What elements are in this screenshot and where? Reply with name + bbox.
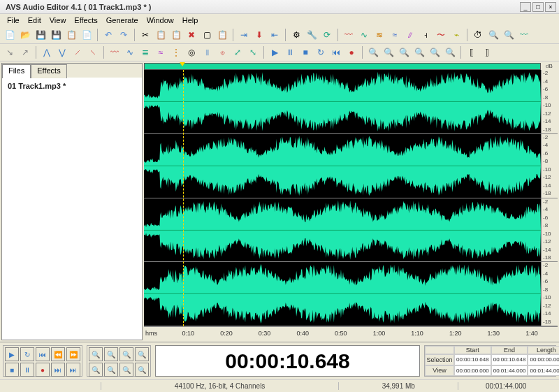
tb-play-button[interactable]: ▶ bbox=[268, 45, 282, 59]
zoom3-button[interactable]: 〰 bbox=[517, 28, 531, 42]
menu-view[interactable]: View bbox=[45, 16, 71, 24]
delete-button[interactable]: ✖ bbox=[184, 28, 198, 42]
transport-loop[interactable]: ↻ bbox=[20, 347, 34, 361]
open-button[interactable]: 📂 bbox=[18, 28, 32, 42]
dsp1-button[interactable]: ⚙ bbox=[289, 28, 303, 42]
new-button[interactable]: 📄 bbox=[3, 28, 17, 42]
view-start[interactable]: 00:00:00.000 bbox=[454, 365, 491, 377]
paste-button[interactable]: 📋 bbox=[169, 28, 183, 42]
undo-button[interactable]: ↶ bbox=[101, 28, 115, 42]
zoomsel-button[interactable]: 🔍 bbox=[412, 45, 426, 59]
zoomfit-button[interactable]: 🔍 bbox=[397, 45, 411, 59]
transport-prev[interactable]: ⏮ bbox=[36, 347, 50, 361]
mix-head-button[interactable]: ⇥ bbox=[237, 28, 251, 42]
save-sel-button[interactable]: 📄 bbox=[80, 28, 94, 42]
tb-stop-button[interactable]: ■ bbox=[298, 45, 312, 59]
transport-pause[interactable]: ⏸ bbox=[20, 363, 34, 377]
transport-rec[interactable]: ● bbox=[36, 363, 50, 377]
nr10-button[interactable]: ⤡ bbox=[246, 45, 260, 59]
close-button[interactable]: × bbox=[545, 2, 556, 12]
transport-stop[interactable]: ■ bbox=[5, 363, 19, 377]
dsp2-button[interactable]: 🔧 bbox=[305, 28, 319, 42]
fx2-button[interactable]: ∿ bbox=[357, 28, 371, 42]
menu-generate[interactable]: Generate bbox=[102, 16, 143, 24]
nr3-button[interactable]: ≣ bbox=[138, 45, 152, 59]
transport-fwd[interactable]: ⏩ bbox=[66, 347, 80, 361]
transport-end[interactable]: ⏭ bbox=[66, 363, 80, 377]
env2-button[interactable]: ↗ bbox=[18, 45, 32, 59]
menu-file[interactable]: File bbox=[3, 16, 24, 24]
time-button[interactable]: ⏱ bbox=[471, 28, 485, 42]
nr9-button[interactable]: ⤢ bbox=[231, 45, 245, 59]
env6-button[interactable]: ⟍ bbox=[86, 45, 100, 59]
env4-button[interactable]: ⋁ bbox=[55, 45, 69, 59]
save-button[interactable]: 💾 bbox=[34, 28, 48, 42]
eq-button[interactable]: ⫞ bbox=[419, 28, 433, 42]
view-length[interactable]: 00:01:44.000 bbox=[528, 365, 559, 377]
minimize-button[interactable]: _ bbox=[520, 2, 531, 12]
view-end[interactable]: 00:01:44.000 bbox=[491, 365, 528, 377]
paste-ext-button[interactable]: 📋 bbox=[215, 28, 229, 42]
menu-edit[interactable]: Edit bbox=[24, 16, 45, 24]
zoom-g2[interactable]: 🔍 bbox=[104, 347, 118, 361]
zooma-button[interactable]: 🔍 bbox=[443, 45, 457, 59]
transport-next[interactable]: ⏭ bbox=[51, 363, 65, 377]
nr2-button[interactable]: ∿ bbox=[123, 45, 137, 59]
waveform-2[interactable] bbox=[144, 134, 541, 198]
zoom2-button[interactable]: 🔍 bbox=[502, 28, 516, 42]
menu-help[interactable]: Help bbox=[178, 16, 203, 24]
tb-prev-button[interactable]: ⏮ bbox=[329, 45, 343, 59]
fx3-button[interactable]: ≋ bbox=[372, 28, 386, 42]
maximize-button[interactable]: □ bbox=[532, 2, 544, 12]
fx5-button[interactable]: ⫽ bbox=[403, 28, 417, 42]
zoomb-button[interactable]: ⟦ bbox=[465, 45, 479, 59]
copy-button[interactable]: 📋 bbox=[154, 28, 168, 42]
timeline[interactable]: hms 0:100:200:300:400:501:001:101:201:30… bbox=[144, 326, 558, 340]
redo-button[interactable]: ↷ bbox=[117, 28, 131, 42]
mix-end-button[interactable]: ⇤ bbox=[268, 28, 282, 42]
overview-bar[interactable] bbox=[144, 63, 541, 70]
transport-rew[interactable]: ⏪ bbox=[51, 347, 65, 361]
crop-button[interactable]: ▢ bbox=[200, 28, 214, 42]
sel-length[interactable]: 00:00:00.000 bbox=[528, 354, 559, 365]
tb-pause-button[interactable]: ⏸ bbox=[283, 45, 297, 59]
env3-button[interactable]: ⋀ bbox=[40, 45, 54, 59]
env1-button[interactable]: ↘ bbox=[3, 45, 17, 59]
env5-button[interactable]: ⟋ bbox=[71, 45, 85, 59]
fx4-button[interactable]: ≈ bbox=[388, 28, 402, 42]
nr1-button[interactable]: 〰 bbox=[108, 45, 122, 59]
zoom-g1[interactable]: 🔍 bbox=[89, 347, 103, 361]
nr5-button[interactable]: ⋮ bbox=[169, 45, 183, 59]
sel-end[interactable]: 00:00:10.648 bbox=[491, 354, 528, 365]
waveform-4[interactable] bbox=[144, 262, 541, 326]
zoom-g6[interactable]: 🔍 bbox=[104, 363, 118, 377]
zoom-g7[interactable]: 🔍 bbox=[119, 363, 133, 377]
tab-files[interactable]: Files bbox=[2, 64, 31, 78]
zoom-g3[interactable]: 🔍 bbox=[119, 347, 133, 361]
waveform-1[interactable] bbox=[144, 70, 541, 133]
zoom-g8[interactable]: 🔍 bbox=[135, 363, 149, 377]
save-all-button[interactable]: 💾 bbox=[49, 28, 63, 42]
zoomin-button[interactable]: 🔍 bbox=[366, 45, 380, 59]
file-list[interactable]: 01 Track1.mp3 * bbox=[2, 78, 142, 340]
menu-window[interactable]: Window bbox=[143, 16, 178, 24]
fx7-button[interactable]: ⌁ bbox=[449, 28, 463, 42]
zoom-g4[interactable]: 🔍 bbox=[135, 347, 149, 361]
convert-button[interactable]: ⟳ bbox=[320, 28, 334, 42]
nr7-button[interactable]: ⫴ bbox=[200, 45, 214, 59]
cut-button[interactable]: ✂ bbox=[138, 28, 152, 42]
zoom1-button[interactable]: 🔍 bbox=[486, 28, 500, 42]
save-copy-button[interactable]: 📋 bbox=[64, 28, 78, 42]
nr6-button[interactable]: ◎ bbox=[184, 45, 198, 59]
zoomc-button[interactable]: ⟧ bbox=[480, 45, 494, 59]
nr4-button[interactable]: ≈ bbox=[154, 45, 168, 59]
nr8-button[interactable]: ⟐ bbox=[215, 45, 229, 59]
fx6-button[interactable]: 〜 bbox=[434, 28, 448, 42]
waveform-3[interactable] bbox=[144, 198, 541, 262]
mix-cursor-button[interactable]: ⬇ bbox=[252, 28, 266, 42]
zoom-g5[interactable]: 🔍 bbox=[89, 363, 103, 377]
tab-effects[interactable]: Effects bbox=[31, 64, 66, 78]
fx1-button[interactable]: 〰 bbox=[342, 28, 356, 42]
tb-rec-button[interactable]: ● bbox=[344, 45, 358, 59]
menu-effects[interactable]: Effects bbox=[70, 16, 101, 24]
